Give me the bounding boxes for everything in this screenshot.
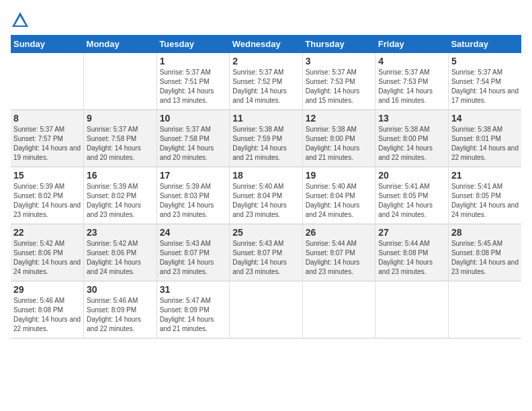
week-row-2: 8Sunrise: 5:37 AMSunset: 7:57 PMDaylight…: [11, 110, 521, 167]
empty-cell: [84, 53, 157, 110]
day-header-friday: Friday: [375, 35, 449, 53]
day-info: Sunrise: 5:39 AMSunset: 8:03 PMDaylight:…: [160, 182, 227, 220]
day-info: Sunrise: 5:37 AMSunset: 7:53 PMDaylight:…: [306, 68, 373, 105]
calendar-cell: 24Sunrise: 5:43 AMSunset: 8:07 PMDayligh…: [157, 224, 230, 281]
day-number: 12: [306, 113, 373, 124]
day-number: 11: [232, 113, 300, 124]
day-info: Sunrise: 5:38 AMSunset: 8:01 PMDaylight:…: [451, 125, 519, 163]
day-info: Sunrise: 5:39 AMSunset: 8:02 PMDaylight:…: [13, 182, 81, 220]
calendar-cell: 17Sunrise: 5:39 AMSunset: 8:03 PMDayligh…: [157, 167, 230, 224]
day-number: 3: [306, 56, 373, 66]
day-number: 26: [306, 227, 373, 238]
day-info: Sunrise: 5:41 AMSunset: 8:05 PMDaylight:…: [451, 182, 519, 220]
day-info: Sunrise: 5:38 AMSunset: 8:00 PMDaylight:…: [378, 125, 445, 163]
calendar-table: SundayMondayTuesdayWednesdayThursdayFrid…: [11, 35, 521, 338]
week-row-3: 15Sunrise: 5:39 AMSunset: 8:02 PMDayligh…: [11, 167, 521, 224]
day-info: Sunrise: 5:45 AMSunset: 8:08 PMDaylight:…: [451, 239, 519, 277]
calendar-cell: 11Sunrise: 5:38 AMSunset: 7:59 PMDayligh…: [230, 110, 303, 167]
day-number: 23: [87, 227, 154, 238]
day-info: Sunrise: 5:46 AMSunset: 8:08 PMDaylight:…: [13, 296, 81, 334]
calendar-cell: 19Sunrise: 5:40 AMSunset: 8:04 PMDayligh…: [302, 167, 375, 224]
calendar-cell: 12Sunrise: 5:38 AMSunset: 8:00 PMDayligh…: [302, 110, 375, 167]
day-number: 17: [160, 170, 227, 181]
day-number: 18: [232, 170, 300, 181]
day-info: Sunrise: 5:40 AMSunset: 8:04 PMDaylight:…: [232, 182, 300, 220]
day-number: 5: [451, 56, 519, 66]
calendar-cell: 9Sunrise: 5:37 AMSunset: 7:58 PMDaylight…: [84, 110, 157, 167]
day-info: Sunrise: 5:43 AMSunset: 8:07 PMDaylight:…: [160, 239, 227, 277]
day-number: 21: [451, 170, 519, 181]
calendar-cell: 27Sunrise: 5:44 AMSunset: 8:08 PMDayligh…: [375, 224, 449, 281]
empty-cell: [11, 53, 84, 110]
day-info: Sunrise: 5:40 AMSunset: 8:04 PMDaylight:…: [306, 182, 373, 220]
week-row-1: 1Sunrise: 5:37 AMSunset: 7:51 PMDaylight…: [11, 53, 521, 110]
day-info: Sunrise: 5:37 AMSunset: 7:53 PMDaylight:…: [378, 68, 445, 105]
day-info: Sunrise: 5:38 AMSunset: 7:59 PMDaylight:…: [232, 125, 300, 163]
calendar-cell: 23Sunrise: 5:42 AMSunset: 8:06 PMDayligh…: [84, 224, 157, 281]
day-info: Sunrise: 5:39 AMSunset: 8:02 PMDaylight:…: [87, 182, 154, 220]
calendar-cell: 26Sunrise: 5:44 AMSunset: 8:07 PMDayligh…: [302, 224, 375, 281]
day-number: 9: [87, 113, 154, 124]
day-number: 19: [306, 170, 373, 181]
calendar-cell: 4Sunrise: 5:37 AMSunset: 7:53 PMDaylight…: [375, 53, 449, 110]
calendar-cell: 13Sunrise: 5:38 AMSunset: 8:00 PMDayligh…: [375, 110, 449, 167]
calendar-cell: 1Sunrise: 5:37 AMSunset: 7:51 PMDaylight…: [157, 53, 230, 110]
day-number: 1: [160, 56, 227, 66]
day-info: Sunrise: 5:43 AMSunset: 8:07 PMDaylight:…: [232, 239, 300, 277]
day-info: Sunrise: 5:42 AMSunset: 8:06 PMDaylight:…: [13, 239, 81, 277]
day-info: Sunrise: 5:42 AMSunset: 8:06 PMDaylight:…: [87, 239, 154, 277]
day-info: Sunrise: 5:37 AMSunset: 7:51 PMDaylight:…: [160, 68, 227, 105]
calendar-cell: 3Sunrise: 5:37 AMSunset: 7:53 PMDaylight…: [302, 53, 375, 110]
day-info: Sunrise: 5:37 AMSunset: 7:58 PMDaylight:…: [87, 125, 154, 163]
calendar-cell: 16Sunrise: 5:39 AMSunset: 8:02 PMDayligh…: [84, 167, 157, 224]
calendar-cell: [448, 281, 521, 338]
day-number: 16: [87, 170, 154, 181]
day-header-saturday: Saturday: [448, 35, 521, 53]
day-number: 20: [378, 170, 445, 181]
day-info: Sunrise: 5:46 AMSunset: 8:09 PMDaylight:…: [87, 296, 154, 334]
day-number: 14: [451, 113, 519, 124]
day-info: Sunrise: 5:37 AMSunset: 7:57 PMDaylight:…: [13, 125, 81, 163]
day-header-thursday: Thursday: [302, 35, 375, 53]
day-number: 25: [232, 227, 300, 238]
calendar-cell: 21Sunrise: 5:41 AMSunset: 8:05 PMDayligh…: [448, 167, 521, 224]
calendar-cell: [230, 281, 303, 338]
calendar-cell: 2Sunrise: 5:37 AMSunset: 7:52 PMDaylight…: [230, 53, 303, 110]
calendar-cell: 22Sunrise: 5:42 AMSunset: 8:06 PMDayligh…: [11, 224, 84, 281]
day-number: 2: [232, 56, 300, 66]
logo-icon: [11, 11, 30, 30]
day-info: Sunrise: 5:37 AMSunset: 7:58 PMDaylight:…: [160, 125, 227, 163]
day-number: 22: [13, 227, 81, 238]
day-number: 29: [13, 284, 81, 295]
calendar-cell: 14Sunrise: 5:38 AMSunset: 8:01 PMDayligh…: [448, 110, 521, 167]
day-info: Sunrise: 5:47 AMSunset: 8:09 PMDaylight:…: [160, 296, 227, 334]
day-info: Sunrise: 5:41 AMSunset: 8:05 PMDaylight:…: [378, 182, 445, 220]
day-info: Sunrise: 5:44 AMSunset: 8:08 PMDaylight:…: [378, 239, 445, 277]
week-row-5: 29Sunrise: 5:46 AMSunset: 8:08 PMDayligh…: [11, 281, 521, 338]
calendar-cell: 15Sunrise: 5:39 AMSunset: 8:02 PMDayligh…: [11, 167, 84, 224]
calendar-cell: 28Sunrise: 5:45 AMSunset: 8:08 PMDayligh…: [448, 224, 521, 281]
days-header-row: SundayMondayTuesdayWednesdayThursdayFrid…: [11, 35, 521, 53]
calendar-cell: 8Sunrise: 5:37 AMSunset: 7:57 PMDaylight…: [11, 110, 84, 167]
week-row-4: 22Sunrise: 5:42 AMSunset: 8:06 PMDayligh…: [11, 224, 521, 281]
day-number: 24: [160, 227, 227, 238]
calendar-cell: 29Sunrise: 5:46 AMSunset: 8:08 PMDayligh…: [11, 281, 84, 338]
day-header-wednesday: Wednesday: [230, 35, 303, 53]
day-number: 31: [160, 284, 227, 295]
day-number: 30: [87, 284, 154, 295]
day-header-tuesday: Tuesday: [157, 35, 230, 53]
calendar-cell: 18Sunrise: 5:40 AMSunset: 8:04 PMDayligh…: [230, 167, 303, 224]
calendar-cell: 5Sunrise: 5:37 AMSunset: 7:54 PMDaylight…: [448, 53, 521, 110]
day-header-sunday: Sunday: [11, 35, 84, 53]
day-header-monday: Monday: [84, 35, 157, 53]
calendar-cell: 30Sunrise: 5:46 AMSunset: 8:09 PMDayligh…: [84, 281, 157, 338]
calendar-cell: 20Sunrise: 5:41 AMSunset: 8:05 PMDayligh…: [375, 167, 449, 224]
day-number: 10: [160, 113, 227, 124]
calendar-cell: [302, 281, 375, 338]
day-info: Sunrise: 5:37 AMSunset: 7:52 PMDaylight:…: [232, 68, 300, 105]
calendar-cell: 31Sunrise: 5:47 AMSunset: 8:09 PMDayligh…: [157, 281, 230, 338]
day-info: Sunrise: 5:37 AMSunset: 7:54 PMDaylight:…: [451, 68, 519, 105]
day-number: 4: [378, 56, 445, 66]
calendar-cell: [375, 281, 449, 338]
day-number: 15: [13, 170, 81, 181]
